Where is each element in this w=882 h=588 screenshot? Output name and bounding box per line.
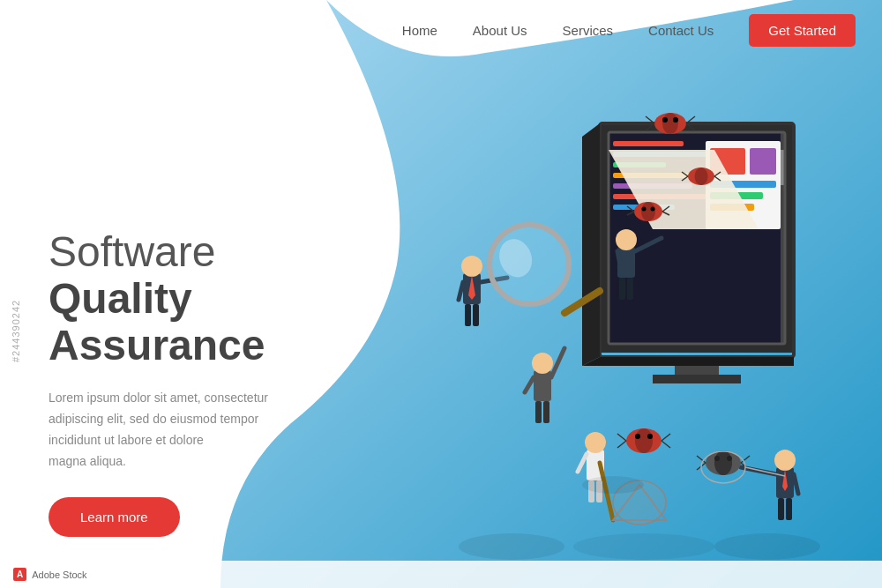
svg-rect-90 — [786, 498, 792, 520]
svg-point-103 — [573, 533, 714, 560]
nav-item-cta[interactable]: Get Started — [749, 23, 856, 39]
adobe-badge: A Adobe Stock — [13, 568, 87, 581]
nav-links: Home About Us Services Contact Us Get St… — [402, 23, 856, 39]
svg-rect-62 — [535, 401, 542, 423]
nav-link-services[interactable]: Services — [563, 23, 614, 38]
svg-rect-2 — [613, 141, 684, 146]
svg-point-80 — [647, 434, 653, 439]
svg-point-93 — [714, 450, 732, 475]
svg-line-60 — [551, 348, 564, 377]
svg-line-84 — [662, 441, 670, 448]
svg-rect-51 — [473, 304, 479, 326]
svg-point-27 — [673, 117, 678, 123]
nav-link-contact[interactable]: Contact Us — [648, 23, 714, 38]
svg-line-61 — [525, 377, 534, 392]
svg-point-36 — [642, 207, 647, 212]
svg-point-78 — [635, 428, 653, 453]
stock-id: #244390242 — [11, 300, 21, 362]
illustration-svg — [335, 53, 882, 582]
nav-link-about[interactable]: About Us — [473, 23, 527, 38]
hero-description: Lorem ipsum dolor sit amet, consectetura… — [49, 388, 375, 472]
svg-rect-69 — [627, 278, 633, 300]
hero-title-light: Software — [49, 229, 375, 276]
svg-rect-58 — [534, 370, 551, 401]
svg-line-82 — [617, 441, 626, 448]
svg-line-88 — [794, 474, 798, 494]
adobe-stock-text: Adobe Stock — [32, 569, 86, 580]
svg-rect-20 — [653, 375, 741, 383]
svg-rect-63 — [543, 401, 549, 423]
nav-item-about[interactable]: About Us — [473, 23, 527, 39]
nav-item-contact[interactable]: Contact Us — [648, 23, 714, 39]
svg-point-26 — [662, 117, 668, 123]
svg-point-95 — [727, 456, 732, 461]
svg-point-105 — [582, 476, 644, 494]
svg-rect-68 — [619, 278, 625, 300]
svg-line-81 — [617, 434, 626, 441]
nav-link-home[interactable]: Home — [402, 23, 437, 38]
learn-more-button[interactable]: Learn more — [49, 497, 180, 537]
svg-rect-89 — [778, 498, 784, 520]
svg-marker-21 — [582, 123, 600, 366]
nav-item-home[interactable]: Home — [402, 23, 437, 39]
svg-point-104 — [714, 533, 820, 560]
svg-point-43 — [695, 167, 708, 185]
adobe-watermark: A Adobe Stock — [0, 561, 882, 588]
svg-line-53 — [459, 282, 463, 300]
svg-point-35 — [641, 202, 655, 221]
svg-rect-50 — [465, 304, 471, 326]
svg-point-102 — [459, 533, 564, 560]
svg-point-65 — [616, 229, 637, 250]
navigation: Home About Us Services Contact Us Get St… — [0, 0, 882, 62]
svg-point-59 — [532, 353, 553, 374]
get-started-button[interactable]: Get Started — [749, 14, 856, 47]
svg-point-71 — [585, 432, 606, 453]
svg-point-86 — [774, 450, 796, 471]
svg-point-49 — [461, 256, 482, 277]
svg-line-74 — [578, 454, 587, 472]
svg-line-83 — [662, 434, 670, 441]
adobe-logo: A — [13, 568, 26, 581]
hero-content: Software Quality Assurance Lorem ipsum d… — [49, 229, 375, 537]
nav-item-services[interactable]: Services — [563, 23, 614, 39]
svg-rect-11 — [750, 148, 776, 175]
svg-point-25 — [662, 113, 678, 134]
svg-point-79 — [635, 434, 640, 439]
svg-point-94 — [714, 456, 720, 461]
hero-illustration — [335, 53, 882, 582]
hero-title-bold: Quality Assurance — [49, 276, 375, 369]
svg-marker-22 — [582, 357, 794, 366]
svg-point-37 — [651, 207, 655, 212]
